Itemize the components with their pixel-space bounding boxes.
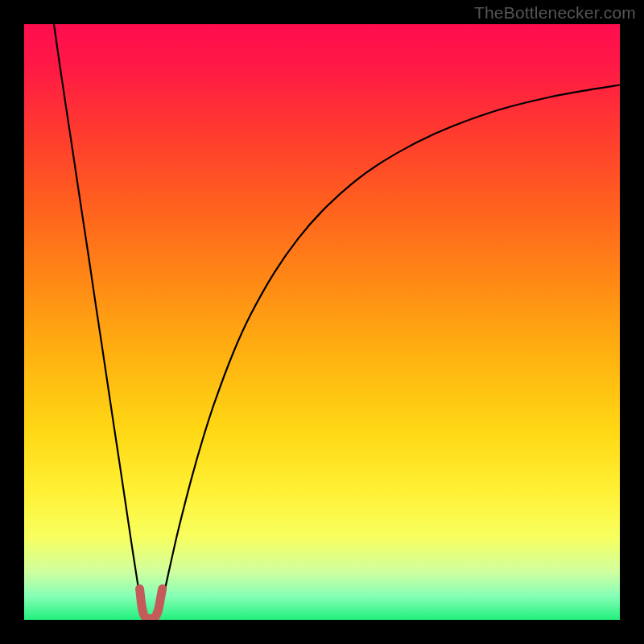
outer-frame: TheBottlenecker.com <box>0 0 644 644</box>
watermark-text: TheBottlenecker.com <box>474 3 636 23</box>
gradient-background <box>24 24 620 620</box>
chart-svg <box>24 24 620 620</box>
chart-plot-area <box>24 24 620 620</box>
